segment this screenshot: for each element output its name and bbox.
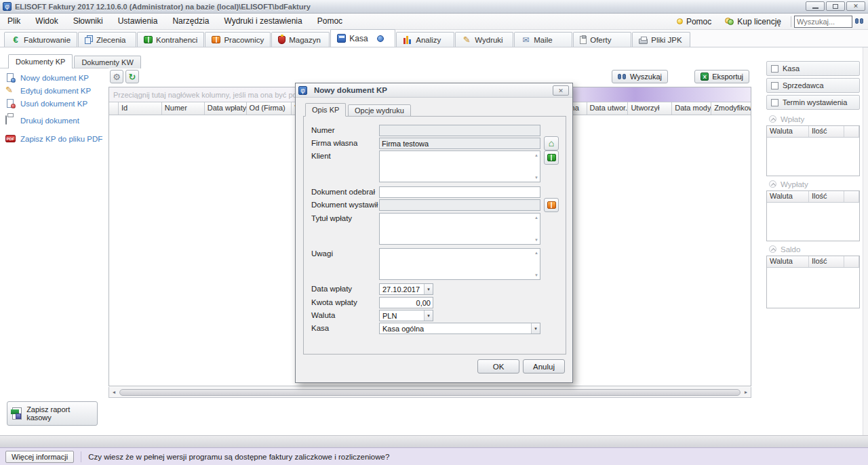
column-ilosc[interactable]: Ilość [809, 256, 844, 267]
grid-search-button[interactable]: Wyszukaj [612, 70, 668, 83]
collapse-icon[interactable] [769, 180, 776, 188]
scroll-up-icon[interactable]: ▲ [534, 216, 538, 220]
dialog-tab-opis-kp[interactable]: Opis KP [305, 103, 346, 117]
column-zmodyfikowal[interactable]: Zmodyfikowa [711, 102, 751, 115]
dokument-wystawil-input[interactable] [379, 199, 540, 211]
menu-narzedzia[interactable]: Narzędzia [165, 14, 216, 29]
search-binoculars-icon[interactable] [855, 18, 864, 24]
dokument-odebral-input[interactable] [379, 186, 540, 198]
buy-license-button[interactable]: Kup licencję [718, 17, 788, 26]
numer-input[interactable] [379, 125, 540, 136]
select-employee-button[interactable] [544, 198, 559, 212]
column-data-utworzenia[interactable]: Data utwor... [587, 102, 629, 115]
column-ilosc[interactable]: Ilość [809, 191, 844, 202]
tab-fakturowanie[interactable]: € Fakturowanie [4, 32, 77, 47]
data-wplaty-combo[interactable]: 27.10.2017 ▾ [379, 283, 433, 295]
restore-button[interactable] [826, 1, 845, 11]
scroll-right-icon[interactable]: ▸ [741, 389, 751, 395]
column-selector[interactable] [109, 102, 119, 115]
scroll-down-icon[interactable]: ▼ [534, 238, 538, 242]
tytul-wplaty-textarea[interactable]: ▲ ▼ [379, 213, 540, 245]
dropdown-icon[interactable]: ▾ [424, 310, 433, 321]
dropdown-icon[interactable]: ▾ [424, 284, 433, 294]
column-waluta[interactable]: Waluta [767, 126, 809, 137]
tab-pliki-jpk[interactable]: Pliki JPK [632, 32, 690, 47]
scroll-left-icon[interactable]: ◂ [109, 389, 119, 395]
section-wyplaty-header[interactable]: Wypłaty [766, 178, 860, 190]
save-cash-report-button[interactable]: Zapisz raport kasowy [7, 401, 98, 426]
tab-wydruki[interactable]: ✎ Wydruki [455, 32, 513, 47]
close-button[interactable]: ✕ [846, 1, 865, 11]
uwagi-textarea[interactable]: ▲ ▼ [379, 248, 540, 280]
tab-zlecenia[interactable]: Zlecenia [78, 32, 136, 47]
column-od-firma[interactable]: Od (Firma) [247, 102, 292, 115]
column-ilosc[interactable]: Ilość [809, 126, 844, 137]
tab-analizy[interactable]: Analizy [396, 32, 454, 47]
kasa-combo[interactable]: Kasa ogólna ▾ [379, 323, 540, 334]
collapse-icon[interactable] [769, 245, 776, 253]
link-usun-dokument-kp[interactable]: Usuń dokument KP [5, 99, 87, 108]
waluta-combo[interactable]: PLN ▾ [379, 310, 433, 321]
dialog-tab-opcje-wydruku[interactable]: Opcje wydruku [348, 104, 411, 117]
menu-ustawienia[interactable]: Ustawienia [111, 14, 165, 29]
column-extra[interactable] [844, 126, 859, 137]
link-nowy-dokument-kp[interactable]: Nowy dokument KP [5, 73, 89, 83]
filter-kasa[interactable]: Kasa [766, 61, 860, 76]
link-drukuj-dokument[interactable]: Drukuj dokument [5, 116, 79, 125]
link-zapisz-kp-pdf[interactable]: PDF Zapisz KP do pliku PDF [5, 134, 102, 144]
kwota-wplaty-input[interactable] [379, 297, 433, 308]
select-client-button[interactable] [544, 150, 559, 165]
klient-textarea[interactable]: ▲ ▼ [379, 150, 540, 182]
select-own-company-button[interactable]: ⌂ [544, 136, 559, 150]
column-extra[interactable] [844, 191, 859, 202]
column-numer[interactable]: Numer [162, 102, 205, 115]
column-id[interactable]: Id [119, 102, 162, 115]
section-saldo-header[interactable]: Saldo [766, 243, 860, 256]
menu-slowniki[interactable]: Słowniki [66, 14, 111, 29]
firma-wlasna-input[interactable] [379, 138, 540, 149]
tab-pracownicy[interactable]: Pracownicy [205, 32, 271, 47]
checkbox[interactable] [771, 65, 778, 73]
grid-refresh-button[interactable]: ↻ [125, 70, 139, 83]
column-utworzyl[interactable]: Utworzył [628, 102, 672, 115]
section-wplaty-header[interactable]: Wpłaty [766, 113, 860, 125]
grid-horizontal-scrollbar[interactable]: ◂ ▸ [108, 387, 751, 398]
tab-kontrahenci[interactable]: Kontrahenci [137, 32, 204, 47]
column-waluta[interactable]: Waluta [767, 191, 809, 202]
tab-maile[interactable]: ✉ Maile [514, 32, 572, 47]
column-extra[interactable] [844, 256, 859, 267]
vertical-scroll-track[interactable] [863, 47, 868, 435]
tab-magazyn[interactable]: Magazyn [271, 32, 330, 47]
grid-export-button[interactable]: X Eksportuj [694, 70, 749, 83]
minimize-button[interactable] [806, 1, 825, 11]
filter-sprzedawca[interactable]: Sprzedawca [766, 78, 860, 93]
subtab-dokumenty-kw[interactable]: Dokumenty KW [74, 56, 140, 68]
scroll-down-icon[interactable]: ▼ [534, 176, 538, 180]
cancel-button[interactable]: Anuluj [523, 359, 565, 373]
menu-plik[interactable]: Plik [0, 14, 28, 29]
help-button[interactable]: Pomoc [670, 17, 718, 26]
column-waluta[interactable]: Waluta [767, 256, 809, 267]
dialog-title-bar[interactable]: φ Nowy dokument KP ✕ [296, 83, 572, 98]
column-data-modyfikacji[interactable]: Data mody... [672, 102, 711, 115]
menu-pomoc[interactable]: Pomoc [310, 14, 350, 29]
search-input[interactable] [794, 16, 852, 28]
dialog-close-button[interactable]: ✕ [553, 85, 569, 96]
checkbox[interactable] [771, 82, 778, 89]
scroll-up-icon[interactable]: ▲ [534, 153, 538, 157]
subtab-dokumenty-kp[interactable]: Dokumenty KP [8, 54, 73, 68]
scrollbar-thumb[interactable] [119, 389, 741, 396]
filter-termin-wystawienia[interactable]: Termin wystawienia [766, 95, 860, 110]
dropdown-icon[interactable]: ▾ [531, 323, 540, 333]
menu-wydruki-zestawienia[interactable]: Wydruki i zestawienia [216, 14, 309, 29]
scroll-down-icon[interactable]: ▼ [534, 273, 538, 277]
ok-button[interactable]: OK [477, 359, 519, 373]
tab-kasa[interactable]: Kasa [330, 29, 395, 47]
tab-oferty[interactable]: Oferty [573, 32, 631, 47]
scroll-up-icon[interactable]: ▲ [534, 251, 538, 255]
collapse-icon[interactable] [769, 115, 776, 123]
more-info-button[interactable]: Więcej informacji [5, 451, 74, 463]
checkbox[interactable] [771, 99, 778, 106]
grid-settings-button[interactable]: ⚙ [110, 70, 123, 83]
link-edytuj-dokument-kp[interactable]: ✎ Edytuj dokument KP [5, 86, 91, 96]
